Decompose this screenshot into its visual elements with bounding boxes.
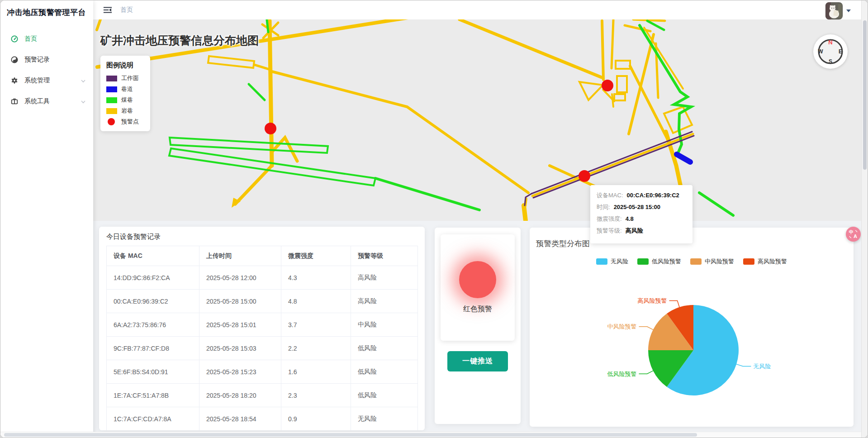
push-button[interactable]: 一键推送 xyxy=(447,351,508,371)
vertical-scrollbar-thumb[interactable] xyxy=(863,20,867,170)
table-cell: 6A:A2:73:75:86:76 xyxy=(107,313,199,337)
avatar-caret-down-icon[interactable] xyxy=(846,10,851,12)
warning-point-3[interactable] xyxy=(579,170,590,182)
gear-icon xyxy=(10,76,19,85)
horizontal-scrollbar-thumb[interactable] xyxy=(4,433,697,437)
legend-label: 岩巷 xyxy=(121,107,133,115)
compass: N E S W xyxy=(813,34,848,69)
table-cell: 5E:6F:B5:S4:0D:91 xyxy=(107,360,199,384)
chevron-down-icon xyxy=(81,99,86,104)
table-row[interactable]: 14:DD:9C:86:F2:CA2025-05-28 12:004.3高风险 xyxy=(107,266,418,290)
tooltip-row: 微震强度:4.8 xyxy=(597,214,686,224)
tooltip-row: 预警等级:高风险 xyxy=(597,226,686,235)
column-header: 设备 MAC xyxy=(107,246,199,266)
pie-callout-label: 高风险预警 xyxy=(637,297,667,304)
svg-text:N: N xyxy=(828,39,832,46)
vertical-scrollbar xyxy=(861,0,868,438)
tooltip-row: 时间:2025-05-28 15:00 xyxy=(597,203,686,212)
red-alert-circle xyxy=(459,261,496,298)
sidebar-item-home[interactable]: 首页 xyxy=(0,29,93,49)
column-header: 预警等级 xyxy=(351,246,418,266)
table-cell: 14:DD:9C:86:F2:CA xyxy=(107,266,199,290)
table-cell: 2025-05-28 15:00 xyxy=(199,290,281,313)
pie-legend-swatch xyxy=(637,258,649,265)
tooltip-label: 设备MAC: xyxy=(597,191,623,200)
pie-card: 预警类型分布图 无风险低风险预警中风险预警高风险预警 无风险低风险预警中风险预警… xyxy=(530,228,854,427)
legend-label: 预警点 xyxy=(121,118,139,126)
sidebar-item-system-admin[interactable]: 系统管理 xyxy=(0,70,93,91)
table-cell: 2025-05-28 15:23 xyxy=(199,360,281,384)
sidebar-item-label: 系统工具 xyxy=(24,97,50,105)
pie-callout-label: 中风险预警 xyxy=(607,323,637,330)
pie-callout-label: 低风险预警 xyxy=(607,371,637,377)
svg-text:W: W xyxy=(818,48,823,55)
pie-chart-title: 预警类型分布图 xyxy=(536,238,590,249)
horizontal-scrollbar xyxy=(0,432,862,438)
topbar-right xyxy=(825,2,851,19)
roadway-segment xyxy=(677,154,690,162)
table-cell: 3.7 xyxy=(281,313,351,337)
table-cell: 低风险 xyxy=(351,337,418,360)
pie-callout-line xyxy=(639,371,653,374)
legend-item: 煤巷 xyxy=(106,96,145,104)
warning-point-1[interactable] xyxy=(265,123,276,134)
table-cell: 9C:FB:77:87:CF:D8 xyxy=(107,337,199,360)
pie-chart: 无风险低风险预警中风险预警高风险预警 xyxy=(530,273,854,422)
sidebar-menu: 首页预警记录系统管理系统工具 xyxy=(0,29,93,112)
pie-legend: 无风险低风险预警中风险预警高风险预警 xyxy=(530,257,854,266)
pie-legend-item[interactable]: 中风险预警 xyxy=(690,257,734,266)
sidebar: 冲击地压预警管理平台 首页预警记录系统管理系统工具 xyxy=(0,0,93,438)
alert-panel: 红色预警 xyxy=(441,234,515,341)
bottom-section: 今日设备预警记录 设备 MAC上传时间微震强度预警等级 14:DD:9C:86:… xyxy=(93,221,862,438)
table-cell: 无风险 xyxy=(351,407,418,431)
pie-legend-swatch xyxy=(743,258,754,265)
sidebar-item-records[interactable]: 预警记录 xyxy=(0,49,93,70)
table-cell: 低风险 xyxy=(351,384,418,407)
avatar[interactable] xyxy=(825,2,843,19)
table-cell: 2025-05-28 18:20 xyxy=(199,384,281,407)
dashboard-icon xyxy=(10,35,19,43)
pie-callout-line xyxy=(736,364,751,367)
svg-text:S: S xyxy=(829,58,832,65)
column-header: 上传时间 xyxy=(199,246,281,266)
table-row[interactable]: 9C:FB:77:87:CF:D82025-05-28 15:032.2低风险 xyxy=(107,337,418,360)
legend-item: 预警点 xyxy=(106,118,145,126)
pie-legend-item[interactable]: 无风险 xyxy=(596,257,628,266)
table-cell: 2025-05-28 18:54 xyxy=(199,407,281,431)
table-row[interactable]: 5E:6F:B5:S4:0D:912025-05-28 15:231.6低风险 xyxy=(107,360,418,384)
legend-item: 巷道 xyxy=(106,85,145,93)
app-window: 冲击地压预警管理平台 首页预警记录系统管理系统工具 首页 xyxy=(0,0,868,438)
table-cell: 4.3 xyxy=(281,266,351,290)
pie-callout-line xyxy=(669,301,680,307)
records-table: 设备 MAC上传时间微震强度预警等级 14:DD:9C:86:F2:CA2025… xyxy=(106,246,418,430)
table-cell: 低风险 xyxy=(351,360,418,384)
pie-legend-item[interactable]: 高风险预警 xyxy=(743,257,787,266)
legend-rect-swatch xyxy=(106,86,117,92)
records-header-row: 设备 MAC上传时间微震强度预警等级 xyxy=(107,246,418,266)
table-row[interactable]: 1E:7A:CF:51:A7:8B2025-05-28 18:202.3低风险 xyxy=(107,384,418,407)
table-cell: 4.8 xyxy=(281,290,351,313)
pie-legend-item[interactable]: 低风险预警 xyxy=(637,257,681,266)
table-cell: 1C:7A:CF:CD:A7:8A xyxy=(107,407,199,431)
breadcrumb[interactable]: 首页 xyxy=(120,6,133,14)
pie-legend-swatch xyxy=(596,258,607,265)
legend-rect-swatch xyxy=(106,97,117,103)
map-legend: 图例说明 工作面巷道煤巷岩巷预警点 xyxy=(100,56,150,131)
table-row[interactable]: 6A:A2:73:75:86:762025-05-28 15:013.7中风险 xyxy=(107,313,418,337)
main-area: 首页 xyxy=(93,0,862,438)
table-row[interactable]: 1C:7A:CF:CD:A7:8A2025-05-28 18:540.9无风险 xyxy=(107,407,418,431)
warning-point-2[interactable] xyxy=(602,80,613,91)
topbar: 首页 xyxy=(93,0,862,19)
sidebar-item-label: 系统管理 xyxy=(24,76,50,85)
pie-legend-label: 无风险 xyxy=(611,257,628,266)
tooltip-label: 预警等级: xyxy=(597,226,622,235)
map-legend-title: 图例说明 xyxy=(106,61,145,70)
table-row[interactable]: 00:CA:E0:96:39:C22025-05-28 15:004.8高风险 xyxy=(107,290,418,313)
sidebar-fold-icon[interactable] xyxy=(103,5,112,14)
table-cell: 2025-05-28 15:03 xyxy=(199,337,281,360)
legend-rect-swatch xyxy=(106,108,117,114)
sidebar-item-system-tools[interactable]: 系统工具 xyxy=(0,91,93,112)
records-title: 今日设备预警记录 xyxy=(99,227,425,246)
table-cell: 1.6 xyxy=(281,360,351,384)
translate-fab[interactable]: 中 A xyxy=(846,227,861,242)
